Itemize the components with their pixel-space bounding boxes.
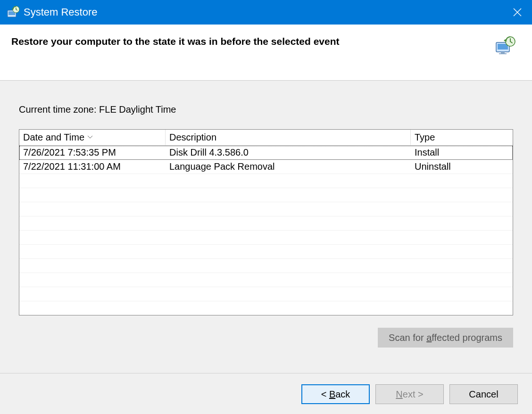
table-row[interactable]: 7/22/2021 11:31:00 AM Language Pack Remo…	[19, 160, 513, 174]
empty-row	[19, 273, 513, 287]
empty-row	[19, 301, 513, 315]
scan-button-label: Scan for affected programs	[389, 332, 502, 343]
window-title: System Restore	[24, 6, 98, 18]
cell-description: Disk Drill 4.3.586.0	[166, 147, 411, 158]
titlebar-left: System Restore	[7, 6, 98, 19]
svg-rect-9	[499, 53, 507, 54]
table-row[interactable]: 7/26/2021 7:53:35 PM Disk Drill 4.3.586.…	[19, 146, 513, 160]
header-section: Restore your computer to the state it wa…	[0, 25, 532, 80]
empty-row	[19, 245, 513, 259]
scan-button-row: Scan for affected programs	[19, 328, 513, 348]
column-header-type-label: Type	[415, 132, 435, 143]
empty-row	[19, 202, 513, 216]
next-button[interactable]: Next >	[375, 384, 444, 404]
column-header-description[interactable]: Description	[166, 130, 411, 145]
column-header-description-label: Description	[169, 132, 216, 143]
next-button-label: Next >	[396, 389, 423, 399]
scan-affected-programs-button[interactable]: Scan for affected programs	[378, 328, 513, 348]
system-restore-icon	[7, 6, 20, 19]
cancel-button[interactable]: Cancel	[449, 384, 518, 404]
timezone-label: Current time zone: FLE Daylight Time	[19, 104, 513, 115]
column-header-type[interactable]: Type	[411, 130, 513, 145]
column-header-date-label: Date and Time	[23, 132, 84, 143]
back-button-label: < Back	[321, 389, 350, 399]
empty-row	[19, 231, 513, 245]
cancel-button-label: Cancel	[469, 389, 498, 399]
cell-date: 7/22/2021 11:31:00 AM	[19, 161, 166, 172]
empty-row	[19, 259, 513, 273]
empty-row	[19, 174, 513, 188]
footer: < Back Next > Cancel	[0, 373, 532, 414]
restore-points-table: Date and Time Description Type 7/26/2021…	[19, 129, 513, 315]
cell-date: 7/26/2021 7:53:35 PM	[19, 147, 166, 158]
back-button[interactable]: < Back	[301, 384, 370, 404]
empty-row	[19, 216, 513, 231]
system-restore-large-icon	[494, 36, 517, 55]
close-button[interactable]	[503, 0, 532, 25]
cell-type: Install	[411, 147, 513, 158]
sort-descending-icon	[87, 130, 93, 141]
svg-rect-8	[501, 52, 505, 53]
table-header: Date and Time Description Type	[19, 130, 513, 146]
cell-type: Uninstall	[411, 161, 513, 172]
empty-row	[19, 287, 513, 301]
close-icon	[513, 8, 522, 17]
content-section: Current time zone: FLE Daylight Time Dat…	[0, 81, 532, 373]
titlebar: System Restore	[0, 0, 532, 25]
cell-description: Language Pack Removal	[166, 161, 411, 172]
table-body: 7/26/2021 7:53:35 PM Disk Drill 4.3.586.…	[19, 146, 513, 315]
page-title: Restore your computer to the state it wa…	[11, 36, 340, 47]
empty-row	[19, 188, 513, 202]
column-header-date[interactable]: Date and Time	[19, 130, 166, 145]
